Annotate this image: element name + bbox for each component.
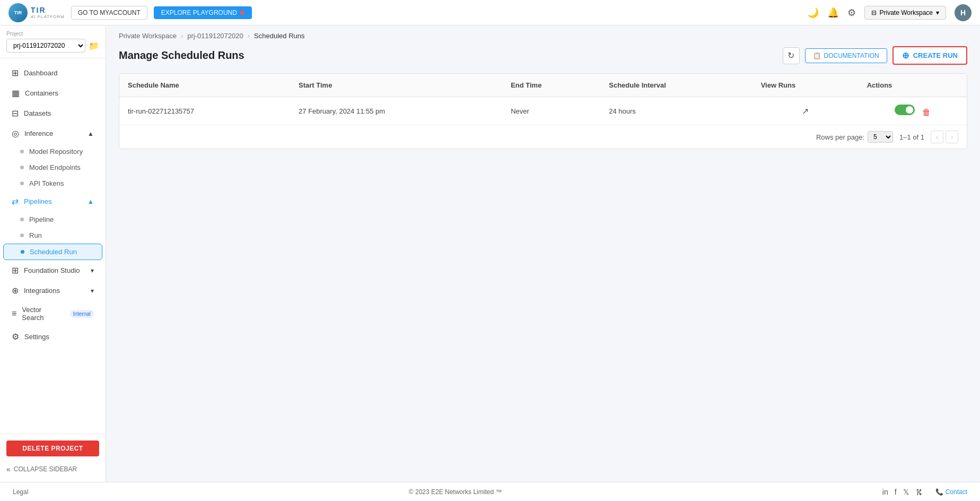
datasets-icon: ⊟ (12, 108, 19, 118)
workspace-button[interactable]: ⊟ Private Workspace ▾ (864, 6, 946, 20)
project-selector: Project prj-011912072020 📁 (0, 25, 106, 58)
cell-view-runs: ↗ (752, 97, 859, 125)
create-run-icon: ⊕ (902, 50, 909, 61)
sidebar-item-label: Foundation Studio (24, 266, 80, 274)
integrations-icon: ⊕ (12, 286, 19, 296)
user-avatar[interactable]: H (955, 4, 972, 21)
notifications-icon[interactable]: 🔔 (827, 7, 839, 19)
docs-icon: 📋 (813, 52, 821, 59)
logo: TIR TIR AI PLATFORM (8, 3, 65, 22)
explore-playground-button[interactable]: EXPLORE PLAYGROUND (154, 6, 252, 19)
sidebar-item-foundation-studio[interactable]: ⊞ Foundation Studio ▾ (3, 261, 102, 280)
breadcrumb: Private Workspace › prj-011912072020 › S… (106, 25, 980, 44)
sidebar-item-label: Integrations (24, 287, 60, 295)
breadcrumb-project[interactable]: prj-011912072020 (187, 32, 243, 40)
sidebar-item-label: Model Repository (29, 148, 83, 156)
settings-icon[interactable]: ⚙ (847, 7, 856, 19)
linkedin-icon[interactable]: in (882, 488, 888, 496)
integrations-expand-icon: ▾ (91, 287, 94, 295)
footer-legal[interactable]: Legal (13, 488, 28, 496)
col-end-time: End Time (502, 74, 600, 97)
rows-per-page-select[interactable]: 5 10 25 (868, 131, 893, 143)
logo-text: TIR AI PLATFORM (31, 6, 65, 19)
go-myaccount-button[interactable]: GO TO MYACCOUNT (71, 6, 147, 20)
collapse-sidebar-button[interactable]: « COLLAPSE SIDEBAR (6, 463, 99, 476)
cell-actions: 🗑 (859, 97, 967, 125)
table-header-row: Schedule Name Start Time End Time Schedu… (119, 74, 967, 97)
workspace-icon: ⊟ (871, 9, 877, 16)
dashboard-icon: ⊞ (12, 68, 19, 78)
sub-dot-run (20, 234, 24, 237)
breadcrumb-current: Scheduled Runs (254, 32, 304, 40)
sidebar-item-label: Pipeline (29, 215, 54, 223)
sidebar-item-pipelines[interactable]: ⇄ Pipelines ▲ (3, 192, 102, 211)
sidebar-item-datasets[interactable]: ⊟ Datasets (3, 103, 102, 123)
table-footer: Rows per page: 5 10 25 1–1 of 1 ‹ › (119, 125, 967, 149)
breadcrumb-workspace[interactable]: Private Workspace (119, 32, 177, 40)
footer-social: in f 𝕏 ⛕ (882, 488, 923, 496)
pipelines-icon: ⇄ (12, 196, 19, 206)
sidebar-item-containers[interactable]: ▦ Containers (3, 83, 102, 103)
sidebar-item-label: Inference (24, 129, 53, 137)
sub-dot-scheduled-run (21, 250, 24, 254)
col-view-runs: View Runs (752, 74, 859, 97)
page-header: Manage Scheduled Runs ↻ 📋 DOCUMENTATION … (106, 44, 980, 73)
cell-start-time: 27 February, 2024 11:55 pm (290, 97, 502, 125)
sidebar-item-dashboard[interactable]: ⊞ Dashboard (3, 63, 102, 83)
sidebar-item-vector-search[interactable]: ≡ Vector Search Internal (3, 301, 102, 326)
inference-submenu: Model Repository Model Endpoints API Tok… (0, 144, 106, 191)
sidebar-item-model-repository[interactable]: Model Repository (3, 144, 102, 159)
explore-dot (240, 11, 244, 15)
scheduled-runs-table: Schedule Name Start Time End Time Schedu… (119, 74, 967, 125)
pagination-info: 1–1 of 1 (899, 133, 924, 141)
pipelines-collapse-icon: ▲ (88, 198, 94, 205)
folder-icon[interactable]: 📁 (89, 41, 99, 51)
sub-dot-model-repository (20, 150, 24, 153)
footer: Legal © 2023 E2E Networks Limited ™ in f… (0, 482, 980, 501)
delete-project-button[interactable]: DELETE PROJECT (6, 440, 99, 456)
col-start-time: Start Time (290, 74, 502, 97)
footer-contact[interactable]: 📞 Contact (935, 488, 967, 496)
sidebar-item-label: Vector Search (22, 306, 64, 322)
prev-page-button[interactable]: ‹ (931, 131, 943, 143)
col-schedule-interval: Schedule Interval (600, 74, 752, 97)
foundation-studio-icon: ⊞ (12, 265, 19, 275)
pagination-buttons: ‹ › (931, 131, 958, 143)
workspace-chevron-icon: ▾ (936, 9, 939, 16)
cell-end-time: Never (502, 97, 600, 125)
refresh-button[interactable]: ↻ (783, 47, 800, 64)
create-run-button[interactable]: ⊕ CREATE RUN (892, 46, 967, 65)
next-page-button[interactable]: › (946, 131, 958, 143)
sidebar-item-scheduled-run[interactable]: Scheduled Run (3, 244, 102, 260)
view-runs-icon[interactable]: ↗ (802, 107, 809, 116)
inference-icon: ◎ (12, 128, 19, 139)
settings-nav-icon: ⚙ (12, 332, 19, 342)
sub-dot-pipeline (20, 218, 24, 221)
sidebar-item-integrations[interactable]: ⊕ Integrations ▾ (3, 281, 102, 300)
cell-schedule-name: tir-run-022712135757 (119, 97, 290, 125)
internal-badge: Internal (70, 310, 94, 318)
sidebar-item-model-endpoints[interactable]: Model Endpoints (3, 160, 102, 175)
twitter-icon[interactable]: 𝕏 (903, 488, 909, 496)
sidebar-item-run[interactable]: Run (3, 228, 102, 243)
project-select[interactable]: prj-011912072020 (6, 39, 85, 53)
containers-icon: ▦ (12, 88, 20, 98)
sidebar-item-inference[interactable]: ◎ Inference ▲ (3, 124, 102, 143)
project-label: Project (6, 31, 99, 37)
documentation-button[interactable]: 📋 DOCUMENTATION (805, 48, 887, 63)
sidebar-item-settings[interactable]: ⚙ Settings (3, 327, 102, 347)
project-select-row: prj-011912072020 📁 (6, 39, 99, 53)
facebook-icon[interactable]: f (895, 488, 897, 496)
page-title: Manage Scheduled Runs (119, 49, 244, 62)
scheduled-runs-table-container: Schedule Name Start Time End Time Schedu… (119, 73, 967, 149)
rss-icon[interactable]: ⛕ (915, 488, 923, 496)
sidebar-item-label: Datasets (24, 109, 51, 117)
sidebar-item-label: API Tokens (29, 179, 64, 187)
toggle-switch[interactable] (895, 105, 915, 115)
delete-icon[interactable]: 🗑 (922, 108, 931, 117)
dark-mode-icon[interactable]: 🌙 (807, 7, 819, 19)
sidebar-item-pipeline[interactable]: Pipeline (3, 212, 102, 227)
sub-dot-api-tokens (20, 182, 24, 185)
sidebar-item-api-tokens[interactable]: API Tokens (3, 176, 102, 191)
pipelines-submenu: Pipeline Run Scheduled Run (0, 212, 106, 260)
